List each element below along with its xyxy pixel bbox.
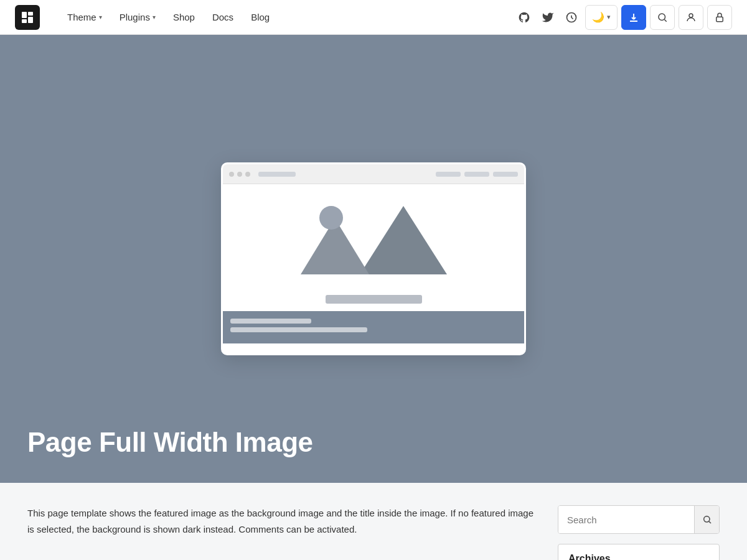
twitter-icon[interactable] xyxy=(538,7,558,27)
search-widget xyxy=(558,505,720,534)
mockup-bar xyxy=(436,172,461,177)
refresh-icon[interactable] xyxy=(561,7,581,27)
moon-icon: 🌙 xyxy=(592,11,604,23)
mockup-dot-3 xyxy=(245,172,250,177)
nav-plugins[interactable]: Plugins ▾ xyxy=(112,8,163,26)
mockup-bar xyxy=(493,172,518,177)
hero-mockup xyxy=(221,162,526,355)
svg-rect-0 xyxy=(22,12,27,18)
svg-rect-3 xyxy=(28,17,33,23)
nav-actions: 🌙 ▾ xyxy=(514,5,732,30)
svg-rect-2 xyxy=(28,12,33,16)
mockup-footer-bar-2 xyxy=(230,327,367,332)
mockup-footer xyxy=(223,311,524,343)
placeholder-sun xyxy=(319,206,343,230)
download-button[interactable] xyxy=(621,5,646,30)
navbar: Theme ▾ Plugins ▾ Shop Docs Blog xyxy=(0,0,747,35)
chevron-down-icon: ▾ xyxy=(607,13,611,21)
nav-docs[interactable]: Docs xyxy=(205,8,241,26)
archives-title: Archives xyxy=(558,544,719,560)
logo-icon xyxy=(20,10,35,25)
mockup-footer-bar-1 xyxy=(230,319,311,324)
page-title: Page Full Width Image xyxy=(27,427,312,458)
main-content: This page template shows the featured im… xyxy=(27,505,538,560)
svg-rect-7 xyxy=(716,17,723,22)
body-text: This page template shows the featured im… xyxy=(27,505,538,537)
theme-toggle[interactable]: 🌙 ▾ xyxy=(585,5,618,30)
sidebar: Archives Select Month January 2024 Febru… xyxy=(558,505,720,560)
mockup-bar xyxy=(464,172,489,177)
search-button[interactable] xyxy=(650,5,675,30)
svg-point-6 xyxy=(689,14,693,17)
search-input[interactable] xyxy=(558,506,694,533)
search-submit-button[interactable] xyxy=(694,506,719,533)
mockup-titlebar xyxy=(223,164,524,184)
mockup-body xyxy=(223,184,524,310)
mockup-dot-2 xyxy=(237,172,242,177)
svg-point-8 xyxy=(703,516,709,522)
chevron-down-icon: ▾ xyxy=(99,14,102,21)
chevron-down-icon: ▾ xyxy=(153,14,156,21)
spacer xyxy=(299,172,432,177)
mockup-content-bar xyxy=(326,295,422,304)
hero-section: Page Full Width Image xyxy=(0,35,747,483)
github-icon[interactable] xyxy=(514,7,534,27)
nav-shop[interactable]: Shop xyxy=(166,8,202,26)
nav-theme[interactable]: Theme ▾ xyxy=(60,8,110,26)
nav-blog[interactable]: Blog xyxy=(243,8,277,26)
svg-rect-1 xyxy=(22,19,27,23)
search-icon xyxy=(702,515,712,525)
site-logo[interactable] xyxy=(15,5,40,30)
archives-widget: Archives Select Month January 2024 Febru… xyxy=(558,544,720,560)
mockup-image-area xyxy=(230,190,517,290)
nav-links: Theme ▾ Plugins ▾ Shop Docs Blog xyxy=(60,8,514,26)
mockup-bar xyxy=(258,172,296,177)
lock-button[interactable] xyxy=(707,5,732,30)
mockup-dot-1 xyxy=(229,172,234,177)
placeholder-mountain-right xyxy=(360,206,447,274)
user-button[interactable] xyxy=(679,5,703,30)
svg-point-5 xyxy=(659,14,665,21)
content-area: This page template shows the featured im… xyxy=(0,483,747,560)
